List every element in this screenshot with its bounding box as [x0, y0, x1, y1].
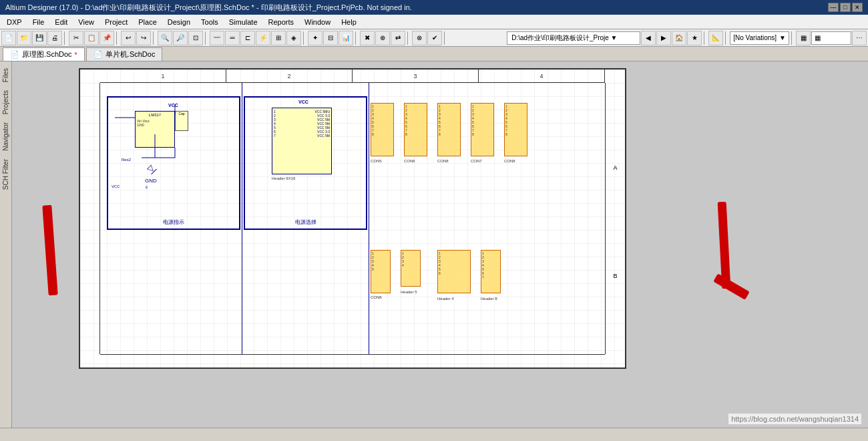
canvas-area[interactable]: 1 2 3 4 A B LM317 Vin Vout	[12, 61, 868, 441]
paste-btn[interactable]: 📌	[99, 31, 114, 45]
pin-btn[interactable]: ◈	[286, 31, 301, 45]
schematic-sheet: 1 2 3 4 A B LM317 Vin Vout	[79, 68, 626, 369]
home-btn[interactable]: 🏠	[672, 31, 686, 45]
path-display[interactable]: D:\ad作业\印刷电路板设计_Proje ▼	[507, 31, 640, 45]
close-button[interactable]: ✕	[852, 3, 863, 12]
power-indicator-section: LM317 Vin Vout GND ▷| VCC Cap GND⏚	[107, 96, 240, 230]
redo-btn[interactable]: ↪	[136, 31, 151, 45]
annotate-btn[interactable]: ✦	[308, 31, 322, 45]
con7-label: CON7	[471, 159, 482, 163]
con6-pins: 12345678	[405, 104, 427, 137]
vcc-label-3: VCC	[298, 100, 308, 104]
separator-5	[303, 31, 306, 45]
tab-mcu-label: 单片机.SchDoc	[105, 49, 156, 59]
con8s-label: CON8	[371, 295, 382, 299]
menu-item-project[interactable]: Project	[99, 15, 133, 29]
con8s-block: 12345	[371, 250, 391, 293]
main-layout: Files Projects Navigator SCH Filter 1 2 …	[0, 61, 868, 441]
tab-yuanlitu[interactable]: 📄 原理图.SchDoc *	[3, 47, 85, 61]
sync-btn[interactable]: ⇄	[391, 31, 405, 45]
power-btn[interactable]: ⚡	[256, 31, 270, 45]
print-btn[interactable]: 🖨	[47, 31, 62, 45]
variations-label: [No Variations]	[733, 34, 777, 41]
border-right: A B	[605, 83, 625, 354]
power-ic: 1VCC 5MU 2VCC 3.3 3VCC 5M 4VCC 5M	[272, 108, 332, 174]
path-text: D:\ad作业\印刷电路板设计_Proje ▼	[511, 33, 617, 43]
netlist-btn[interactable]: 📊	[339, 31, 353, 45]
sch-content: LM317 Vin Vout GND ▷| VCC Cap GND⏚	[100, 83, 605, 354]
minimize-button[interactable]: —	[828, 3, 839, 12]
fit-btn[interactable]: ⊡	[188, 31, 203, 45]
menu-item-edit[interactable]: Edit	[49, 15, 73, 29]
divider-1	[242, 83, 242, 354]
variations-dropdown[interactable]: [No Variations] ▼	[730, 31, 789, 45]
tab-mcu[interactable]: 📄 单片机.SchDoc	[86, 47, 163, 61]
con5-label: CON5	[371, 159, 382, 163]
border-letter-a: A	[606, 164, 625, 171]
menu-item-place[interactable]: Place	[133, 15, 162, 29]
con8-pins: 12345678	[438, 104, 460, 137]
view-mode-btn[interactable]: 📐	[708, 31, 723, 45]
menu-item-tools[interactable]: Tools	[196, 15, 224, 29]
netport-btn[interactable]: ⊏	[240, 31, 255, 45]
nav-back-btn[interactable]: ◀	[641, 31, 656, 45]
ok-btn[interactable]: ✔	[427, 31, 442, 45]
bookmark-btn[interactable]: ★	[687, 31, 702, 45]
title-bar: Altium Designer (17.0) - D:\ad作业\印刷电路板设计…	[0, 0, 868, 15]
red-mark-right-bottom	[713, 273, 750, 300]
panel-tab-schfilter[interactable]: SCH Filter	[1, 155, 11, 194]
border-cell-3: 3	[353, 69, 479, 82]
header8-label: Header 8	[481, 297, 497, 301]
tab-yuanlitu-label: 原理图.SchDoc	[22, 49, 72, 59]
divider-2	[369, 83, 369, 354]
layer-label: ▦	[815, 34, 821, 41]
separator-7	[407, 31, 410, 45]
menu-item-file[interactable]: File	[27, 15, 50, 29]
left-panel-tabs: Files Projects Navigator SCH Filter	[0, 61, 12, 441]
undo-btn[interactable]: ↩	[121, 31, 136, 45]
panel-tab-projects[interactable]: Projects	[1, 86, 11, 118]
header4-pins: 123456	[438, 251, 470, 276]
con8-block: 12345678	[437, 103, 461, 156]
panel-tab-files[interactable]: Files	[1, 64, 11, 86]
err-btn[interactable]: ⊗	[412, 31, 427, 45]
more-btn[interactable]: ⋯	[852, 31, 867, 45]
menu-item-view[interactable]: View	[73, 15, 99, 29]
con8b-block: 12345678	[504, 103, 527, 156]
erc-btn[interactable]: ⊟	[323, 31, 338, 45]
header9x16-label: Header 9X16	[272, 176, 295, 180]
header5-label: Header 5	[401, 290, 417, 294]
header5-block: 1234	[401, 250, 421, 287]
bus-btn[interactable]: ═	[225, 31, 240, 45]
comp-btn[interactable]: ⊞	[271, 31, 286, 45]
cut-btn[interactable]: ✂	[69, 31, 83, 45]
power-ic-pins: 1VCC 5MU 2VCC 3.3 3VCC 5M 4VCC 5M	[272, 108, 331, 139]
new-btn[interactable]: 📄	[1, 31, 16, 45]
menu-item-simulate[interactable]: Simulate	[224, 15, 263, 29]
border-left	[80, 83, 100, 354]
wire-btn[interactable]: 〰	[210, 31, 224, 45]
cross-probe-btn[interactable]: ✖	[360, 31, 375, 45]
panel-tab-navigator[interactable]: Navigator	[1, 118, 11, 155]
zoom-out-btn[interactable]: 🔎	[173, 31, 188, 45]
nav-fwd-btn[interactable]: ▶	[656, 31, 671, 45]
save-btn[interactable]: 💾	[32, 31, 47, 45]
extra-btn[interactable]: ▦	[796, 31, 811, 45]
con8s-pins: 12345	[371, 251, 390, 272]
open-btn[interactable]: 📁	[17, 31, 31, 45]
maximize-button[interactable]: □	[840, 3, 851, 12]
separator-1	[64, 31, 67, 45]
copy-btn[interactable]: 📋	[84, 31, 99, 45]
con6-block: 12345678	[404, 103, 427, 156]
connectors-row2: 12345 CON8 1234 Header 5 123456	[371, 243, 598, 330]
menu-item-reports[interactable]: Reports	[263, 15, 300, 29]
tab-yuanlitu-modified: *	[75, 51, 77, 59]
menu-item-help[interactable]: Help	[336, 15, 362, 29]
menu-item-window[interactable]: Window	[299, 15, 336, 29]
diff-btn[interactable]: ⊕	[375, 31, 390, 45]
zoom-in-btn[interactable]: 🔍	[158, 31, 172, 45]
menu-item-design[interactable]: Design	[162, 15, 196, 29]
tab-yuanlitu-icon: 📄	[10, 50, 19, 59]
layer-dropdown[interactable]: ▦	[811, 31, 851, 45]
menu-item-dxp[interactable]: DXP	[1, 15, 27, 29]
